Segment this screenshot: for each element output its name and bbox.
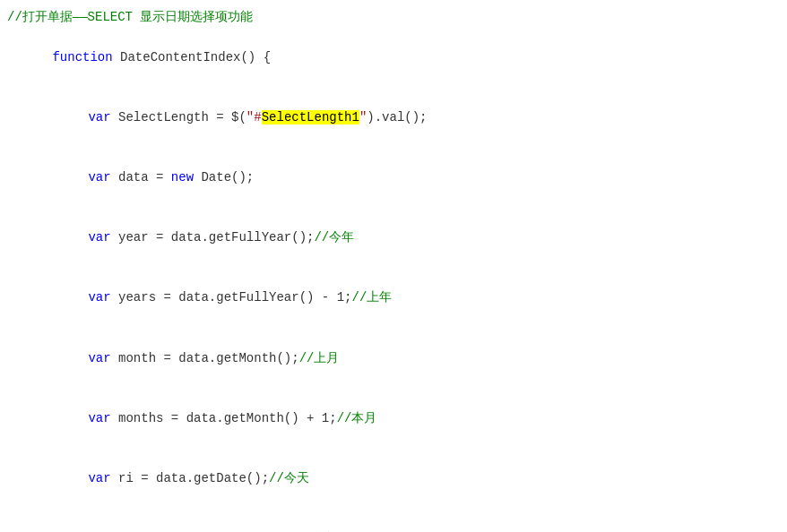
code-line-6: var years = data.getFullYear() - 1;//上年 [0,268,787,328]
code-line-8: var months = data.getMonth() + 1;//本月 [0,388,787,448]
code-line-4: var data = new Date(); [0,148,787,208]
code-line-7: var month = data.getMonth();//上月 [0,328,787,388]
code-line-5: var year = data.getFullYear();//今年 [0,208,787,268]
code-line-1: //打开单据——SELECT 显示日期选择项功能 [0,7,787,27]
code-line-3: var SelectLength = $("#SelectLength1").v… [0,88,787,148]
code-line-9: var ri = data.getDate();//今天 [0,449,787,509]
code-line-2: function DateContentIndex() { [0,27,787,87]
code-line-10: var ris = data.getDate() - 1;//昨天 [0,509,787,532]
code-editor: //打开单据——SELECT 显示日期选择项功能 function DateCo… [0,0,787,532]
